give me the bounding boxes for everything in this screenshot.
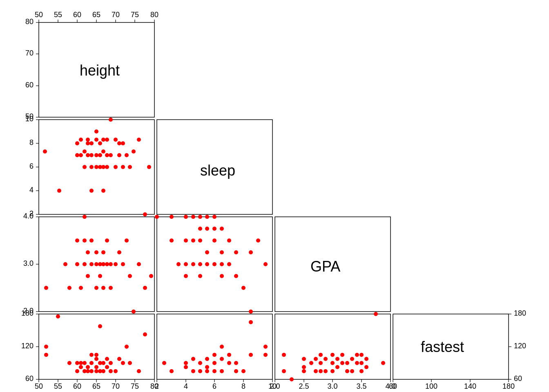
x-btick-sleep-2: 2 xyxy=(155,382,159,390)
dot xyxy=(227,262,231,266)
dot xyxy=(105,165,109,169)
dot xyxy=(94,250,98,254)
dot xyxy=(191,357,195,361)
dot xyxy=(89,153,94,157)
dot xyxy=(191,262,195,266)
dot xyxy=(359,361,364,365)
y-tick-fastest-60: 60 xyxy=(25,374,33,383)
dot xyxy=(290,377,294,381)
dot xyxy=(128,361,132,365)
y-tick-height-80: 80 xyxy=(25,18,33,26)
dot xyxy=(184,262,188,266)
x-btick-sleep-8: 8 xyxy=(241,382,245,390)
dot xyxy=(101,369,105,373)
x-btick-gpa-30: 3.0 xyxy=(327,382,337,390)
dot xyxy=(234,274,238,278)
dot xyxy=(241,286,245,290)
dot xyxy=(125,345,129,349)
dot xyxy=(355,353,359,357)
dot xyxy=(220,274,224,278)
dot xyxy=(121,141,125,145)
x-tick-height-65: 65 xyxy=(92,11,100,19)
dot xyxy=(105,365,109,369)
dot xyxy=(105,238,109,243)
dot xyxy=(109,153,113,157)
dot xyxy=(101,189,105,193)
dot xyxy=(205,369,209,373)
dot xyxy=(220,227,224,231)
dot xyxy=(117,141,121,145)
dot xyxy=(83,361,87,365)
x-btick-height-50: 50 xyxy=(35,382,43,390)
dot xyxy=(212,369,216,373)
dot xyxy=(105,357,109,361)
dot xyxy=(191,215,195,219)
dot xyxy=(170,215,174,219)
dot xyxy=(314,357,318,361)
dot xyxy=(249,353,253,357)
x-tick-height-60: 60 xyxy=(73,11,81,19)
dot xyxy=(101,138,105,142)
dot xyxy=(220,250,224,254)
dot xyxy=(249,250,253,254)
dot xyxy=(109,286,113,290)
dot xyxy=(67,361,71,365)
dot xyxy=(309,361,313,365)
dot xyxy=(89,361,94,365)
dot xyxy=(44,345,48,349)
dot xyxy=(282,353,286,357)
dot xyxy=(198,369,202,373)
dot xyxy=(132,149,136,154)
x-tick-height-75: 75 xyxy=(131,11,139,19)
y-tick-right-fastest-180: 180 xyxy=(514,309,526,317)
dot xyxy=(75,238,79,243)
dot xyxy=(89,141,94,145)
chart-svg: height sleep GPA fastest 50 55 60 65 70 … xyxy=(0,0,549,392)
dot xyxy=(319,361,323,365)
dot xyxy=(98,324,102,328)
dot xyxy=(205,215,209,219)
x-btick-height-55: 55 xyxy=(54,382,62,390)
y-tick-sleep-10: 10 xyxy=(25,115,33,123)
dot xyxy=(89,353,94,357)
dot xyxy=(143,286,147,290)
x-tick-height-70: 70 xyxy=(112,11,120,19)
dot xyxy=(249,320,253,324)
dot xyxy=(184,274,188,278)
dot xyxy=(44,353,48,357)
dot xyxy=(302,369,306,373)
dot xyxy=(345,361,349,365)
dot xyxy=(205,365,209,369)
x-tick-height-55: 55 xyxy=(54,11,62,19)
dot xyxy=(101,286,105,290)
dot xyxy=(121,361,125,365)
dot xyxy=(105,262,109,266)
dot xyxy=(220,345,224,349)
dot xyxy=(67,286,71,290)
dot xyxy=(114,369,118,373)
dot xyxy=(109,369,113,373)
gpa-label: GPA xyxy=(310,258,340,275)
dot xyxy=(89,165,94,169)
height-label: height xyxy=(80,62,120,79)
dot xyxy=(147,165,151,169)
dot xyxy=(86,138,90,142)
dot xyxy=(75,361,79,365)
dot xyxy=(184,238,188,243)
dot xyxy=(109,262,113,266)
dot xyxy=(105,153,109,157)
dot xyxy=(256,238,260,243)
dot xyxy=(83,238,87,243)
dot xyxy=(86,274,90,278)
dot xyxy=(227,353,231,357)
dot xyxy=(83,262,87,266)
y-tick-sleep-4: 4 xyxy=(29,186,33,194)
dot xyxy=(330,369,335,373)
dot xyxy=(324,357,328,361)
dot xyxy=(98,141,102,145)
x-btick-fastest-180: 180 xyxy=(502,382,515,390)
dot xyxy=(324,369,328,373)
dot xyxy=(101,361,105,365)
dot xyxy=(263,345,268,349)
dot xyxy=(137,262,141,266)
